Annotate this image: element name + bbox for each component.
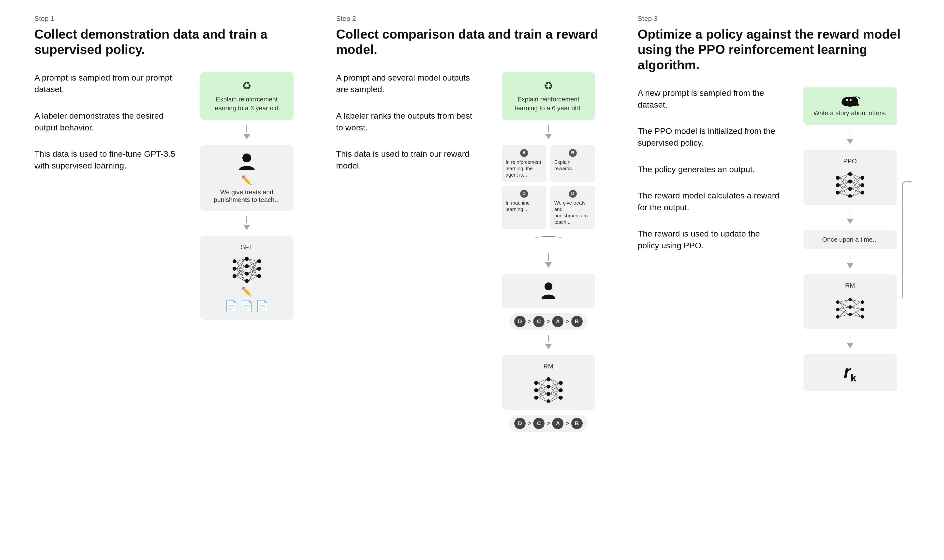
svg-point-107 [861,308,864,311]
svg-point-74 [848,187,852,191]
step-3-arrow-2 [847,210,853,225]
step-2-label: Step 2 [336,15,608,23]
rank-c-2: C [533,418,544,429]
svg-point-71 [836,191,840,194]
rank-gt-4: > [528,420,531,427]
feedback-arrow [892,180,912,303]
doc-icons-1: 📄📄📄 [224,300,269,312]
step-2-rm-box: RM [502,355,595,410]
svg-point-72 [848,172,852,176]
step-2-prompt-text: Explain reinforcement learning to a 6 ye… [511,95,586,113]
step-1-sft-label: SFT [241,243,253,251]
svg-point-101 [836,308,839,311]
pencil-icon-1: ✏️ [241,175,252,185]
pencil-icon-sft: ✏️ [241,286,252,297]
svg-line-27 [249,262,257,266]
nn-svg-2 [531,373,566,403]
step-2-ranking-top: D > C > A > B [509,313,588,330]
step-1-label: Step 1 [34,15,306,23]
step-3-desc-1: A new prompt is sampled from the dataset… [638,87,780,111]
rank-a-1: A [552,316,563,327]
svg-point-104 [848,305,852,309]
step-3-desc-4: The reward model calculates a reward for… [638,190,780,213]
cell-text-d: We give treats and punishments to teach.… [554,200,591,225]
rank-d-1: D [514,316,526,327]
step-2-text-column: A prompt and several model outputs are s… [336,72,479,545]
svg-point-103 [848,298,852,302]
svg-line-23 [236,276,245,281]
svg-point-45 [559,388,563,392]
step-2-column: Step 2 Collect comparison data and train… [321,15,623,545]
step-3-arrow-1 [847,130,853,145]
step-2-desc-1: A prompt and several model outputs are s… [336,72,479,95]
step-3-output-box: Once upon a time... [804,230,897,249]
step-2-arrow-1 [545,125,552,140]
svg-point-46 [559,396,563,400]
step-2-labeler-box [502,274,595,308]
step-3-rm-box: RM [804,274,897,329]
step-1-content: A prompt is sampled from our prompt data… [34,72,306,545]
svg-point-44 [559,381,563,385]
comp-cell-c: C In machine learning... [502,186,546,229]
rank-gt-5: > [546,420,550,427]
step-2-arrow-3 [545,335,552,350]
nn-svg-3 [833,168,867,197]
step-1-arrow-2 [244,216,250,231]
step-1-prompt-box: ♻ Explain reinforcement learning to a 6 … [200,72,293,120]
nn-svg-1 [230,254,264,283]
svg-point-4 [233,274,236,278]
step-1-desc-2: A labeler demonstrates the desired outpu… [34,110,177,133]
step-1-diagram-column: ♻ Explain reinforcement learning to a 6 … [187,72,306,545]
step-1-desc-3: This data is used to fine-tune GPT-3.5 w… [34,148,177,171]
step-3-column: Step 3 Optimize a policy against the rew… [623,15,924,545]
svg-point-39 [534,396,538,400]
svg-point-5 [245,257,249,261]
cell-label-b: B [569,149,577,157]
svg-point-1 [243,154,251,162]
svg-point-75 [848,194,852,197]
step-3-output-text: Once upon a time... [812,236,888,243]
recycle-icon-1: ♻ [209,79,285,92]
step-1-title: Collect demonstration data and train a s… [34,26,306,57]
comp-cell-d: D We give treats and punishments to teac… [551,186,595,229]
main-diagram: Step 1 Collect demonstration data and tr… [0,0,944,560]
svg-marker-99 [910,180,912,183]
rank-gt-6: > [565,420,569,427]
step-3-diagram-column: Write a story about otters. PPO [790,87,910,545]
svg-point-36 [544,283,552,290]
brace-icon: ⌒ [532,234,565,249]
step-3-arrow-3 [847,254,853,269]
step-2-diagram-column: ♻ Explain reinforcement learning to a 6 … [489,72,608,545]
rank-gt-1: > [528,318,531,325]
svg-point-2 [233,259,236,263]
svg-point-70 [836,183,840,187]
svg-line-35 [249,276,257,281]
comp-cell-b: B Explain rewards... [551,145,595,182]
step-3-desc-5: The reward is used to update the policy … [638,228,780,251]
cell-text-c: In machine learning... [506,200,543,212]
rank-b-1: B [571,316,583,327]
step-1-prompt-text: Explain reinforcement learning to a 6 ye… [209,95,285,113]
cell-label-d: D [569,190,577,198]
svg-point-11 [257,274,261,278]
person-icon-2 [538,281,558,301]
rank-b-2: B [571,418,583,429]
recycle-icon-2: ♻ [511,79,586,92]
step-3-reward-label: rk [844,362,856,384]
step-2-rm-label: RM [543,363,553,370]
svg-point-77 [861,183,864,187]
svg-point-108 [861,315,864,318]
svg-point-76 [861,176,864,180]
step-1-labeler-box: ✏️ We give treats and punishments to tea… [200,145,293,211]
svg-line-119 [852,302,861,307]
svg-point-7 [245,272,249,275]
svg-point-9 [257,259,261,263]
step-3-text-column: A new prompt is sampled from the dataset… [638,87,780,545]
svg-point-41 [546,385,551,389]
svg-point-8 [245,279,249,283]
step-3-desc-3: The policy generates an output. [638,163,780,175]
svg-point-102 [836,315,839,318]
svg-point-40 [546,377,551,381]
person-icon-1 [237,152,257,172]
svg-point-10 [257,267,261,271]
